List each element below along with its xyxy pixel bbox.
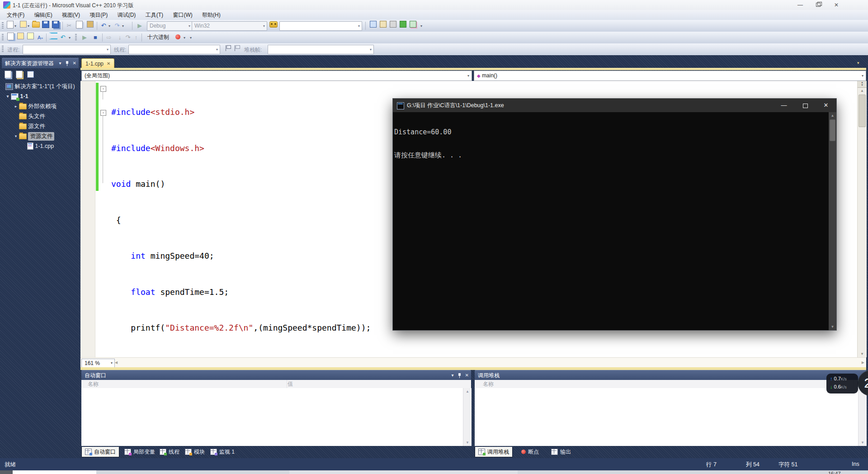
properties-page-icon[interactable] — [5, 71, 11, 78]
tab-watch1[interactable]: 监视 1 — [207, 447, 238, 457]
zoom-combo[interactable]: 161 % ▾ — [81, 359, 115, 368]
window-layout-button[interactable] — [408, 21, 418, 31]
scroll-up-icon[interactable]: ▲ — [829, 114, 836, 118]
tab-callstack[interactable]: 调用堆栈 — [475, 447, 513, 457]
tab-threads[interactable]: 线程 — [156, 447, 183, 457]
splitter-handle[interactable]: ▴▾ — [858, 81, 867, 88]
pin-icon[interactable] — [458, 373, 462, 378]
menu-window[interactable]: 窗口(W) — [169, 10, 196, 20]
callstack-body[interactable] — [475, 388, 858, 446]
scroll-up-icon[interactable]: ▲ — [858, 89, 867, 93]
solution-platform-combo[interactable]: Win32 ▾ — [192, 21, 267, 31]
properties-window-button[interactable] — [378, 21, 388, 31]
scrollbar-thumb[interactable] — [859, 95, 866, 127]
scroll-down-icon[interactable]: ▼ — [859, 441, 867, 445]
redo-dropdown[interactable]: ▾ — [122, 24, 124, 28]
stop-debugging-button[interactable]: ■ — [90, 33, 100, 43]
copy-button[interactable] — [74, 21, 84, 31]
scrollbar-thumb[interactable] — [830, 119, 835, 141]
word-completion-button[interactable]: A» — [35, 33, 45, 43]
restore-button[interactable] — [809, 0, 827, 10]
scroll-down-icon[interactable]: ▼ — [858, 352, 867, 356]
tab-close-icon[interactable]: ✕ — [107, 61, 110, 66]
comment-button[interactable]: ↶ — [58, 33, 68, 43]
close-icon[interactable]: ✕ — [465, 370, 469, 380]
fold-toggle-line1[interactable]: - — [100, 86, 106, 92]
debug-toolbar-overflow[interactable]: ▾ — [190, 36, 192, 40]
toolbar-grip[interactable] — [2, 22, 4, 29]
console-maximize-button[interactable] — [794, 99, 815, 112]
close-button[interactable]: ✕ — [827, 0, 845, 10]
tab-autos[interactable]: 自动窗口 — [81, 447, 119, 457]
toolbar-overflow[interactable]: ▾ — [420, 24, 422, 28]
tab-modules[interactable]: 模块 — [182, 447, 208, 457]
tab-breakpoints[interactable]: 断点 — [518, 447, 542, 457]
quick-info-button[interactable] — [15, 33, 25, 43]
column-name[interactable]: 名称 — [85, 380, 287, 388]
menu-help[interactable]: 帮助(H) — [198, 10, 225, 20]
continue-button[interactable]: ▶ — [80, 33, 90, 43]
flag-threads-button[interactable] — [222, 44, 232, 54]
cut-button[interactable]: ✂ — [64, 21, 74, 31]
decrease-indent-button[interactable] — [48, 33, 58, 43]
undo-dropdown[interactable]: ▾ — [108, 24, 110, 28]
add-item-button[interactable] — [18, 21, 28, 31]
menu-tools[interactable]: 工具(T) — [142, 10, 167, 20]
toolbar-grip[interactable] — [2, 46, 4, 53]
console-scrollbar[interactable]: ▲ ▼ — [829, 112, 836, 330]
stack-frame-combo[interactable]: ▾ — [268, 45, 374, 54]
console-output[interactable]: Distance=60.00 请按任意键继续. . . — [393, 112, 836, 330]
tree-item-header-files[interactable]: 头文件 — [19, 111, 45, 121]
editor-vertical-scrollbar[interactable]: ▴▾ ▲ ▼ — [857, 81, 867, 357]
console-minimize-button[interactable]: — — [774, 99, 794, 112]
tree-item-resource-files[interactable]: ▾ 资源文件 — [13, 131, 54, 141]
properties-window-icon[interactable] — [27, 71, 34, 78]
menu-view[interactable]: 视图(V) — [58, 10, 84, 20]
chevron-down-icon[interactable]: ▾ — [5, 94, 11, 99]
hexadecimal-button[interactable]: 十六进制 — [145, 33, 172, 41]
display-member-list-button[interactable] — [5, 33, 15, 43]
new-file-button[interactable] — [5, 21, 15, 31]
tree-item-external-dependencies[interactable]: ▸ 外部依赖项 — [13, 101, 57, 111]
navigate-button[interactable] — [398, 21, 408, 31]
tab-locals[interactable]: 局部变量 — [121, 447, 158, 457]
save-button[interactable] — [41, 21, 51, 31]
autos-scrollbar[interactable]: ▲ ▼ — [463, 388, 472, 446]
scroll-left-icon[interactable]: ◀ — [115, 360, 118, 365]
parameter-info-button[interactable] — [25, 33, 35, 43]
show-next-statement-button[interactable]: ⇨ — [104, 33, 114, 43]
scroll-down-icon[interactable]: ▼ — [829, 325, 836, 329]
tree-item-solution[interactable]: 解决方案"1-1"(1 个项目) — [5, 81, 75, 91]
taskbar-clock[interactable]: 16:47 — [828, 471, 841, 474]
scroll-down-icon[interactable]: ▼ — [463, 441, 472, 445]
redo-button[interactable]: ↷ — [112, 21, 122, 31]
menu-edit[interactable]: 编辑(E) — [30, 10, 57, 20]
find-in-files-button[interactable] — [269, 21, 278, 31]
breakpoints-dropdown[interactable]: ▾ — [184, 36, 185, 40]
unflag-threads-button[interactable] — [231, 44, 241, 54]
taskbar-app-fragment[interactable] — [13, 470, 96, 474]
search-combo[interactable]: ▾ — [279, 21, 362, 31]
window-menu-icon[interactable]: ▾ — [59, 58, 61, 68]
edit-toolbar-overflow[interactable]: ▾ — [69, 36, 71, 40]
start-debug-button[interactable]: ▶ — [135, 21, 145, 31]
menu-file[interactable]: 文件(F) — [3, 10, 28, 20]
console-title-bar[interactable]: G:\项目 作业\C语言\1-1\Debug\1-1.exe — ✕ — [393, 99, 836, 112]
show-all-files-icon[interactable] — [16, 71, 23, 78]
member-dropdown[interactable]: ◆ main() ▾ — [474, 71, 866, 81]
toolbox-button[interactable] — [388, 21, 398, 31]
window-menu-icon[interactable]: ▾ — [452, 370, 454, 380]
new-file-dropdown[interactable]: ▾ — [14, 24, 16, 28]
callstack-scrollbar[interactable]: ▲ ▼ — [858, 388, 867, 446]
scroll-up-icon[interactable]: ▲ — [463, 389, 472, 393]
menu-project[interactable]: 项目(P) — [85, 10, 112, 20]
toolbar-grip[interactable] — [2, 34, 4, 41]
taskbar-app-fragment[interactable] — [289, 470, 518, 474]
autos-body[interactable] — [81, 388, 463, 446]
open-file-button[interactable] — [31, 21, 41, 31]
console-window[interactable]: G:\项目 作业\C语言\1-1\Debug\1-1.exe — ✕ Dista… — [393, 99, 836, 330]
callstack-panel-header[interactable]: 调用堆栈 — [475, 370, 866, 380]
close-icon[interactable]: ✕ — [73, 58, 76, 68]
network-speed-overlay[interactable]: ↑ 0.7K/s ↓ 0.6K/s — [826, 374, 858, 393]
taskbar-start-fragment[interactable] — [0, 470, 13, 474]
